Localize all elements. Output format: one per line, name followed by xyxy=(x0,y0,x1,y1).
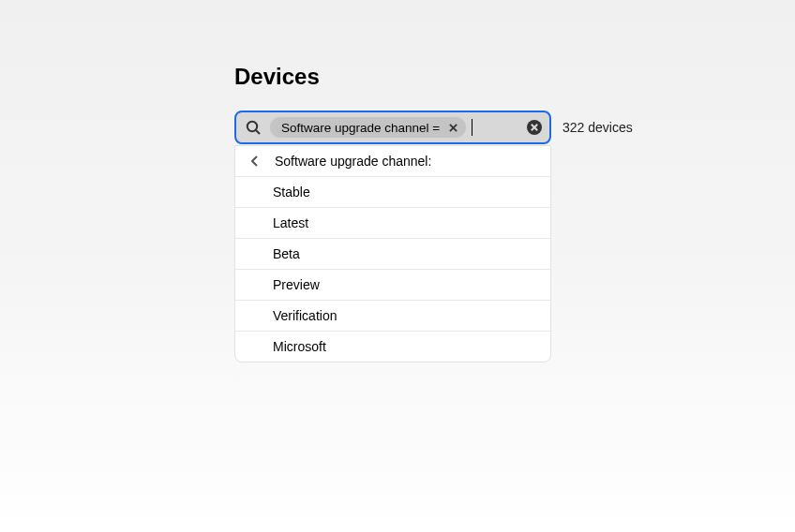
svg-point-0 xyxy=(248,122,257,131)
dropdown-option-preview[interactable]: Preview xyxy=(235,270,550,301)
dropdown-option-latest[interactable]: Latest xyxy=(235,208,550,239)
clear-all-button[interactable] xyxy=(527,120,542,135)
text-cursor xyxy=(472,119,472,136)
chevron-left-icon[interactable] xyxy=(248,155,262,168)
dropdown-option-microsoft[interactable]: Microsoft xyxy=(235,332,550,362)
page-title: Devices xyxy=(234,64,795,90)
dropdown-option-verification[interactable]: Verification xyxy=(235,301,550,332)
dropdown-option-beta[interactable]: Beta xyxy=(235,239,550,270)
svg-line-1 xyxy=(256,130,260,134)
search-icon xyxy=(246,120,261,135)
filter-chip[interactable]: Software upgrade channel = xyxy=(270,117,466,138)
search-row: Software upgrade channel = 322 devices xyxy=(234,111,795,144)
search-input[interactable]: Software upgrade channel = xyxy=(234,111,551,144)
dropdown-header: Software upgrade channel: xyxy=(235,146,550,177)
close-icon[interactable] xyxy=(445,120,460,135)
dropdown-option-stable[interactable]: Stable xyxy=(235,177,550,208)
device-count: 322 devices xyxy=(562,120,633,135)
filter-dropdown: Software upgrade channel: Stable Latest … xyxy=(234,145,551,362)
dropdown-header-label: Software upgrade channel: xyxy=(275,154,431,169)
filter-chip-label: Software upgrade channel = xyxy=(281,121,440,135)
